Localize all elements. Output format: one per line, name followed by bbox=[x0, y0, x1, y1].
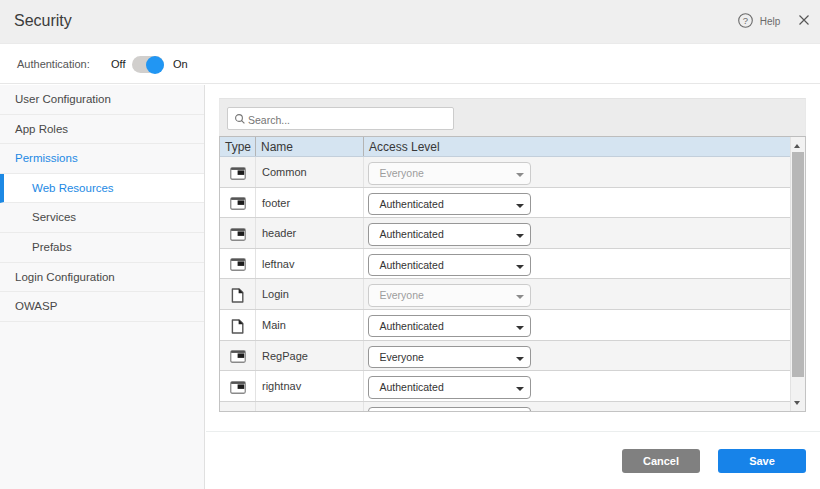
svg-text:?: ? bbox=[743, 15, 748, 26]
